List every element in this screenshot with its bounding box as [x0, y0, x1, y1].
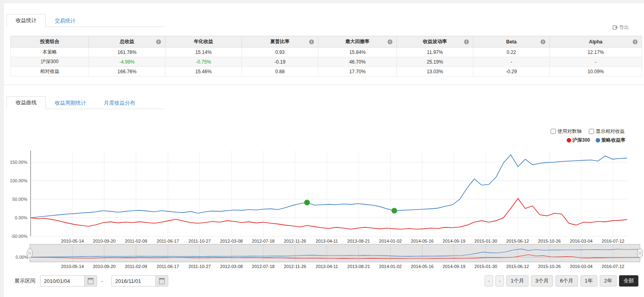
y-axis-label: 50.00% [12, 197, 28, 202]
y-axis-label: 100.00% [10, 178, 28, 183]
info-icon[interactable]: i [388, 39, 392, 44]
table-cell: -0.75% [165, 57, 242, 67]
x-axis-label: 2016-07-12 [602, 239, 624, 243]
x-axis-label: 2015-06-12 [506, 239, 529, 243]
table-cell: 17.70% [318, 67, 397, 76]
chart-legend: 沪深300策略收益率 [567, 137, 625, 144]
table-cell: -0.29 [473, 67, 550, 76]
legend-label: 沪深300 [572, 137, 590, 144]
checkbox-label: 使用对数轴 [557, 128, 582, 135]
trade-marker[interactable] [304, 200, 310, 205]
export-label: 导出 [619, 24, 629, 31]
footer-bar: 展示区间 - «»1个月3个月6个月1年2年全部 [4, 272, 644, 290]
navigator-x-label: 2011-02-09 [125, 264, 147, 269]
table-row: 相对收益166.76%15.46%0.8817.70%13.03%-0.2910… [11, 67, 642, 76]
range-button-3[interactable]: 1年 [580, 275, 597, 287]
y-axis-label: -50.00% [11, 234, 27, 239]
tab-chart-1[interactable]: 收益周期统计 [46, 97, 95, 109]
navigator-x-label: 2015-10-26 [538, 264, 561, 269]
date-to-input[interactable] [112, 276, 155, 286]
table-cell: 166.76% [89, 67, 165, 76]
chart-option-0[interactable]: 使用对数轴 [551, 128, 582, 135]
column-header-label: Alpha [589, 39, 602, 45]
navigator-left-handle[interactable] [27, 249, 33, 258]
range-prev-button[interactable]: « [485, 275, 493, 287]
x-axis-label: 2015-01-30 [475, 239, 497, 243]
column-header-label: 收益波动率 [423, 39, 447, 44]
export-button[interactable]: 导出 [613, 24, 629, 31]
column-header-label: 年化收益 [194, 39, 213, 44]
navigator-range[interactable] [30, 244, 640, 262]
info-icon[interactable]: i [541, 39, 545, 44]
x-axis-label: 2011-06-17 [157, 239, 179, 243]
navigator-x-label: 2012-03-08 [220, 264, 243, 269]
navigator-right-handle[interactable] [637, 249, 643, 258]
tab-stats-1[interactable]: 交易统计 [46, 15, 85, 27]
x-axis-label: 2012-03-08 [220, 239, 243, 243]
performance-table: 投资组合总收益i年化收益夏普比率i最大回撤率i收益波动率iBetaiAlphai… [10, 36, 642, 76]
chart-option-1[interactable]: 显示相对收益 [589, 128, 625, 135]
x-axis-label: 2015-10-26 [538, 239, 561, 243]
y-axis-label: 0.00% [15, 215, 27, 220]
column-header: 最大回撤率i [318, 36, 397, 47]
table-row: 沪深300-4.98%-0.75%-0.1946.70%25.19%-- [11, 57, 642, 67]
info-icon[interactable]: i [464, 39, 469, 44]
x-axis-label: 2016-03-04 [570, 239, 592, 243]
trade-marker[interactable] [392, 208, 397, 214]
table-cell: 10.09% [550, 67, 642, 76]
range-button-2[interactable]: 6个月 [555, 275, 578, 287]
checkbox-label: 显示相对收益 [596, 128, 625, 135]
date-from-calendar-button[interactable] [84, 276, 97, 286]
table-cell: 15.46% [165, 67, 242, 76]
table-cell: 15.84% [318, 47, 397, 57]
row-name: 相对收益 [11, 67, 89, 76]
column-header: Betai [473, 36, 550, 47]
x-axis-label: 2010-05-14 [61, 239, 84, 243]
stats-tabstrip: 收益统计交易统计 [6, 14, 164, 27]
range-next-button[interactable]: » [495, 275, 504, 287]
x-axis-label: 2012-07-18 [252, 239, 275, 243]
legend-item-1[interactable]: 策略收益率 [596, 137, 625, 144]
table-row: 本策略161.78%15.14%0.9315.84%11.97%0.2212.1… [11, 47, 642, 57]
legend-dot-icon [567, 138, 571, 142]
table-cell: 11.97% [397, 47, 473, 57]
column-header-label: 最大回撤率 [345, 39, 369, 44]
legend-label: 策略收益率 [601, 137, 625, 144]
column-header-label: 总收益 [120, 39, 134, 44]
navigator-x-label: 2012-11-26 [284, 264, 306, 269]
tab-stats-0[interactable]: 收益统计 [6, 14, 46, 27]
export-icon [613, 25, 618, 30]
table-cell: 46.70% [318, 57, 397, 67]
info-icon[interactable]: i [156, 39, 161, 44]
row-name: 沪深300 [11, 57, 89, 67]
returns-chart-svg: 150.00%100.00%50.00%0.00%-50.00%2010-05-… [4, 148, 644, 272]
navigator-x-label: 2013-04-11 [316, 264, 338, 269]
tab-chart-2[interactable]: 月度收益分布 [95, 97, 144, 109]
section-divider [4, 85, 644, 85]
range-button-0[interactable]: 1个月 [506, 275, 528, 287]
x-axis-label: 2014-01-02 [379, 239, 402, 243]
x-axis-label: 2014-09-19 [443, 239, 465, 243]
navigator-x-label: 2014-01-02 [379, 264, 402, 269]
table-cell: 15.14% [165, 47, 242, 57]
tab-chart-0[interactable]: 收益曲线 [6, 96, 46, 109]
column-header: 投资组合 [11, 36, 89, 47]
column-header-label: 夏普比率 [270, 39, 290, 44]
navigator-x-label: 2015-06-12 [506, 264, 529, 269]
range-button-1[interactable]: 3个月 [531, 275, 553, 287]
info-icon[interactable]: i [633, 39, 638, 44]
range-button-5[interactable]: 全部 [619, 275, 638, 287]
range-button-4[interactable]: 2年 [600, 275, 617, 287]
navigator-x-label: 2015-01-30 [475, 264, 497, 269]
date-to-calendar-button[interactable] [155, 276, 168, 286]
x-axis-label: 2011-02-09 [125, 239, 147, 243]
date-from-input[interactable] [41, 276, 84, 286]
checkbox[interactable] [551, 129, 556, 134]
range-buttons: «»1个月3个月6个月1年2年全部 [485, 275, 638, 287]
row-name: 本策略 [11, 47, 89, 57]
date-separator: - [101, 278, 103, 284]
legend-item-0[interactable]: 沪深300 [567, 137, 590, 144]
info-icon[interactable]: i [309, 39, 314, 44]
legend-dot-icon [596, 138, 600, 142]
checkbox[interactable] [589, 129, 594, 134]
